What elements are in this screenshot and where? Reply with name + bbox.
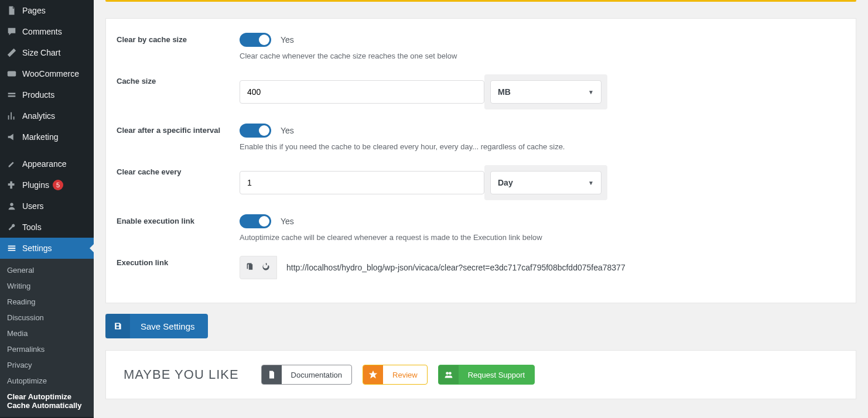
comments-icon xyxy=(6,26,18,37)
sidebar-item-products[interactable]: Products xyxy=(0,84,94,105)
sidebar-item-settings[interactable]: Settings xyxy=(0,238,94,259)
select-cache-unit[interactable]: MB ▼ xyxy=(490,80,602,104)
pages-icon xyxy=(6,5,18,16)
desc-exec-enable: Autoptimize cache will be cleared whenev… xyxy=(240,233,845,242)
accent-bar xyxy=(105,0,856,2)
sidebar-label: Analytics xyxy=(22,111,55,121)
sidebar-item-analytics[interactable]: Analytics xyxy=(0,105,94,126)
sidebar-label: Appearance xyxy=(22,159,67,169)
btn-label: Documentation xyxy=(282,371,351,379)
btn-label: Request Support xyxy=(459,371,535,379)
desc-clear-interval: Enable this if you need the cache to be … xyxy=(240,142,845,151)
documentation-button[interactable]: Documentation xyxy=(261,365,352,385)
save-icon xyxy=(105,314,130,338)
label-cache-size: Cache size xyxy=(117,74,240,85)
input-cache-size[interactable] xyxy=(240,80,484,104)
star-icon xyxy=(363,365,383,384)
refresh-icon[interactable] xyxy=(261,262,271,273)
sub-permalinks[interactable]: Permalinks xyxy=(0,341,94,357)
ruler-icon xyxy=(6,47,18,59)
settings-panel: Clear by cache size Yes Clear cache when… xyxy=(105,18,856,303)
users-icon xyxy=(6,200,18,212)
btn-label: Review xyxy=(383,371,427,379)
document-icon xyxy=(262,365,282,384)
plugin-icon xyxy=(6,179,18,191)
brush-icon xyxy=(6,158,18,170)
review-button[interactable]: Review xyxy=(363,365,428,385)
sub-general[interactable]: General xyxy=(0,262,94,278)
copy-icon[interactable] xyxy=(246,262,255,273)
save-label: Save Settings xyxy=(141,321,195,331)
chevron-down-icon: ▼ xyxy=(588,180,594,186)
toggle-state: Yes xyxy=(281,126,294,135)
svg-point-1 xyxy=(10,203,13,206)
sub-reading[interactable]: Reading xyxy=(0,294,94,310)
sidebar-item-users[interactable]: Users xyxy=(0,196,94,217)
select-interval-unit[interactable]: Day ▼ xyxy=(490,171,602,194)
label-clear-every: Clear cache every xyxy=(117,165,240,176)
sidebar-item-woocommerce[interactable]: WooCommerce xyxy=(0,63,94,84)
svg-rect-0 xyxy=(8,71,16,77)
sidebar-label: Tools xyxy=(22,222,42,232)
desc-clear-by-size: Clear cache whenever the cache size reac… xyxy=(240,52,845,60)
sidebar-item-pages[interactable]: Pages xyxy=(0,0,94,21)
sidebar-item-tools[interactable]: Tools xyxy=(0,217,94,238)
sidebar-label: Comments xyxy=(22,27,62,36)
woo-icon xyxy=(6,68,18,80)
sub-clear-autoptimize[interactable]: Clear Autoptimize Cache Automatically xyxy=(0,389,94,413)
sidebar-item-appearance[interactable]: Appearance xyxy=(0,153,94,174)
label-exec-link: Execution link xyxy=(117,256,240,267)
sidebar-label: Users xyxy=(22,201,44,211)
chevron-down-icon: ▼ xyxy=(588,89,594,95)
sub-writing[interactable]: Writing xyxy=(0,278,94,294)
sidebar-item-sizechart[interactable]: Size Chart xyxy=(0,42,94,63)
label-clear-interval: Clear after a specific interval xyxy=(117,124,240,135)
sidebar-label: Marketing xyxy=(22,132,58,142)
recommend-panel: MAYBE YOU LIKE Documentation Review Requ… xyxy=(105,350,856,399)
label-exec-enable: Enable execution link xyxy=(117,214,240,225)
toggle-state: Yes xyxy=(281,35,294,44)
save-button[interactable]: Save Settings xyxy=(105,314,208,338)
input-clear-every[interactable] xyxy=(240,171,484,194)
sidebar-label: Plugins xyxy=(22,180,49,190)
support-icon xyxy=(439,365,459,384)
sidebar-item-comments[interactable]: Comments xyxy=(0,21,94,42)
sub-media[interactable]: Media xyxy=(0,326,94,341)
toggle-exec-enable[interactable] xyxy=(240,214,271,228)
settings-icon xyxy=(6,242,18,254)
sub-privacy[interactable]: Privacy xyxy=(0,357,94,373)
analytics-icon xyxy=(6,110,18,122)
sidebar-label: Products xyxy=(22,90,54,100)
plugins-badge: 5 xyxy=(53,180,63,190)
sidebar-item-marketing[interactable]: Marketing xyxy=(0,126,94,148)
svg-point-3 xyxy=(449,372,452,375)
exec-link-field[interactable] xyxy=(277,256,845,279)
sidebar-label: Size Chart xyxy=(22,48,60,57)
recommend-title: MAYBE YOU LIKE xyxy=(124,367,239,382)
toggle-state: Yes xyxy=(281,217,294,226)
admin-sidebar: Pages Comments Size Chart WooCommerce Pr… xyxy=(0,0,94,418)
products-icon xyxy=(6,89,18,101)
sidebar-label: WooCommerce xyxy=(22,69,79,78)
settings-submenu: General Writing Reading Discussion Media… xyxy=(0,259,94,417)
support-button[interactable]: Request Support xyxy=(438,365,535,385)
sidebar-item-plugins[interactable]: Plugins 5 xyxy=(0,174,94,196)
select-value: Day xyxy=(498,178,513,187)
sub-discussion[interactable]: Discussion xyxy=(0,310,94,326)
megaphone-icon xyxy=(6,131,18,143)
sidebar-label: Settings xyxy=(22,244,52,253)
main-content: Clear by cache size Yes Clear cache when… xyxy=(94,0,868,418)
toggle-clear-by-size[interactable] xyxy=(240,33,271,47)
sub-autoptimize[interactable]: Autoptimize xyxy=(0,373,94,389)
label-clear-by-size: Clear by cache size xyxy=(117,33,240,44)
select-value: MB xyxy=(498,87,511,97)
toggle-clear-interval[interactable] xyxy=(240,124,271,138)
sidebar-label: Pages xyxy=(22,6,46,15)
wrench-icon xyxy=(6,221,18,233)
svg-point-2 xyxy=(446,372,449,375)
